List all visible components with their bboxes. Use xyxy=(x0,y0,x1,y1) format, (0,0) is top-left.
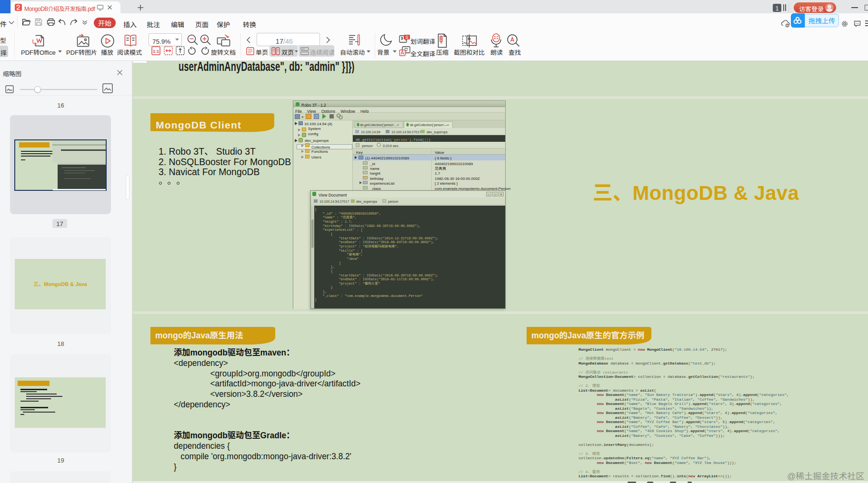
svg-text:1:1: 1:1 xyxy=(153,49,159,54)
